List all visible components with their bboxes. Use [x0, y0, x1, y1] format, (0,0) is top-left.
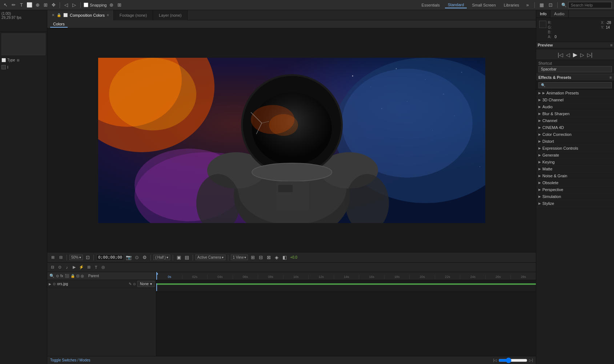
category-distort[interactable]: ▶ Distort [536, 138, 614, 145]
goto-start-icon[interactable]: |◁ [493, 358, 497, 362]
preview-last-frame[interactable]: ▷| [587, 52, 593, 58]
category-noise-grain[interactable]: ▶ Noise & Grain [536, 173, 614, 179]
category-matte[interactable]: ▶ Matte [536, 166, 614, 173]
zoom-control[interactable]: 50% ▾ [69, 255, 83, 260]
composition-viewer[interactable] [47, 28, 536, 252]
tab-composition[interactable]: ✕ 🔒 ⬜ Composition Colors ≡ [47, 10, 114, 20]
tl-audio-icon[interactable]: ♪ [64, 264, 70, 270]
category-blur-sharpen[interactable]: ▶ Blur & Sharpen [536, 110, 614, 117]
category-perspective[interactable]: ▶ Perspective [536, 186, 614, 193]
quality-control[interactable]: ( Half ) ▾ [153, 255, 170, 260]
3d-icon[interactable]: ◈ [273, 254, 280, 261]
camera-tool-icon[interactable]: ⊞ [42, 2, 49, 8]
tl-video-icon[interactable]: ▶ [71, 264, 77, 270]
layer-edit-icon[interactable]: ✎ [129, 282, 132, 286]
preview-play-stop[interactable]: ▶ [573, 51, 577, 58]
preview-menu-icon[interactable]: ≡ [610, 43, 613, 47]
timecode-control[interactable]: 0;00;00;00 [96, 254, 124, 260]
toggle-overlay-icon[interactable]: ▤ [184, 254, 190, 261]
magnet-icon[interactable]: ⊛ [108, 2, 115, 8]
record-icon[interactable]: ⊙ [133, 254, 140, 261]
goto-end-icon[interactable]: ▷| [529, 358, 533, 362]
workspace-essentials[interactable]: Essentials [419, 2, 443, 8]
category-audio[interactable]: ▶ Audio [536, 104, 614, 110]
category-cinema4d[interactable]: ▶ CINEMA 4D [536, 124, 614, 131]
shape-tool-icon[interactable]: ⬜ [26, 2, 33, 8]
sub-tab-colors[interactable]: Colors [50, 21, 68, 28]
overlay2-icon[interactable]: ⊟ [257, 254, 264, 261]
tab-layer[interactable]: Layer (none) [153, 10, 188, 20]
fit-icon[interactable]: ⊡ [84, 254, 91, 261]
viewer-grid-icon[interactable]: ⊟ [57, 254, 64, 261]
camera-view-control[interactable]: Active Camera ▾ [196, 255, 226, 260]
snapping-checkbox[interactable] [84, 3, 88, 7]
tl-motion-icon[interactable]: ◎ [100, 264, 106, 270]
text-tool-icon[interactable]: T [18, 2, 25, 8]
layer-eye-icon[interactable]: ⊙ [53, 282, 56, 286]
workspace-more-icon[interactable]: » [524, 2, 531, 8]
viewer-snap-icon[interactable]: ⊞ [49, 254, 56, 261]
category-simulation[interactable]: ▶ Simulation [536, 193, 614, 200]
category-expression-controls[interactable]: ▶ Expression Controls [536, 145, 614, 152]
category-3d-channel[interactable]: ▶ 3D Channel [536, 97, 614, 104]
transparency-icon[interactable]: ◧ [281, 254, 288, 261]
safe-zones-icon[interactable]: ⊠ [265, 254, 272, 261]
layer-switch1[interactable]: ⊙ [56, 274, 59, 278]
tab-menu-icon[interactable]: ≡ [107, 13, 109, 17]
view-count-control[interactable]: 1 View ▾ [231, 255, 248, 260]
tl-text-icon[interactable]: T [93, 264, 99, 270]
category-keying[interactable]: ▶ Keying [536, 159, 614, 166]
preview-first-frame[interactable]: |◁ [558, 52, 563, 58]
preview-next-frame[interactable]: ▷ [580, 52, 584, 58]
tl-split-icon[interactable]: ⊟ [49, 264, 55, 270]
redo-icon[interactable]: ▷ [71, 2, 77, 8]
effects-search-input[interactable] [538, 82, 612, 88]
layer-expand-icon[interactable]: ▶ [49, 282, 51, 286]
anchor-tool-icon[interactable]: ⊕ [34, 2, 41, 8]
category-channel[interactable]: ▶ Channel [536, 117, 614, 124]
toggle-alpha-icon[interactable]: ▣ [176, 254, 182, 261]
grid-icon[interactable]: ⊞ [116, 2, 123, 8]
workspace-small-screen[interactable]: Small Screen [469, 2, 498, 8]
category-stylize[interactable]: ▶ Stylize [536, 200, 614, 207]
move-tool-icon[interactable]: ✥ [50, 2, 57, 8]
category-generate[interactable]: ▶ Generate [536, 152, 614, 159]
workspace-layout-icon[interactable]: ▦ [538, 2, 545, 8]
layer-switch3[interactable]: ⬛ [65, 274, 69, 278]
parent-dropdown[interactable]: None ▾ [137, 281, 154, 287]
tl-solo-icon[interactable]: ⊙ [57, 264, 63, 270]
settings-icon[interactable]: ⚙ [141, 254, 148, 261]
tl-adjust-icon[interactable]: ⊞ [86, 264, 92, 270]
layer-switch2[interactable]: fx [60, 274, 63, 278]
tab-info[interactable]: Info [536, 10, 550, 17]
gain-control[interactable]: +0.0 [290, 255, 297, 259]
search-input[interactable] [568, 2, 612, 8]
camera-snapshot-icon[interactable]: 📷 [125, 254, 132, 261]
tl-effects-icon[interactable]: ⚡ [79, 264, 84, 270]
category-color-correction[interactable]: ▶ Color Correction [536, 131, 614, 138]
workspace-standard[interactable]: Standard [445, 2, 467, 8]
layer-switch6[interactable]: ◎ [81, 274, 84, 278]
workspace-libraries[interactable]: Libraries [501, 2, 522, 8]
playhead[interactable] [156, 272, 157, 280]
effects-panel-menu-icon[interactable]: ≡ [610, 75, 612, 80]
grid2-icon[interactable]: ⊞ [249, 254, 256, 261]
undo-icon[interactable]: ◁ [63, 2, 69, 8]
toggle-switches-label[interactable]: Toggle Switches / Modes [50, 358, 91, 362]
layer-solo-icon[interactable]: ⊙ [133, 282, 136, 286]
layer-search-icon[interactable]: 🔍 [49, 274, 55, 278]
snapping-control[interactable]: Snapping [84, 3, 107, 7]
selection-tool-icon[interactable]: ↖ [2, 2, 9, 8]
pen-tool-icon[interactable]: ✏ [10, 2, 17, 8]
layer-switch4[interactable]: 🔒 [71, 274, 75, 278]
tab-audio[interactable]: Audio [550, 10, 568, 17]
preview-prev-frame[interactable]: ◁ [566, 52, 570, 58]
tab-close-icon[interactable]: ✕ [52, 13, 55, 17]
category-animation-presets[interactable]: ▶ ▶ Animation Presets [536, 90, 614, 97]
category-obsolete[interactable]: ▶ Obsolete [536, 179, 614, 186]
workspace-options-icon[interactable]: ⊡ [547, 2, 554, 8]
time-scrubber[interactable] [498, 359, 527, 362]
tab-footage[interactable]: Footage (none) [114, 10, 153, 20]
b-value [555, 30, 557, 34]
layer-switch5[interactable]: ⊡ [76, 274, 79, 278]
